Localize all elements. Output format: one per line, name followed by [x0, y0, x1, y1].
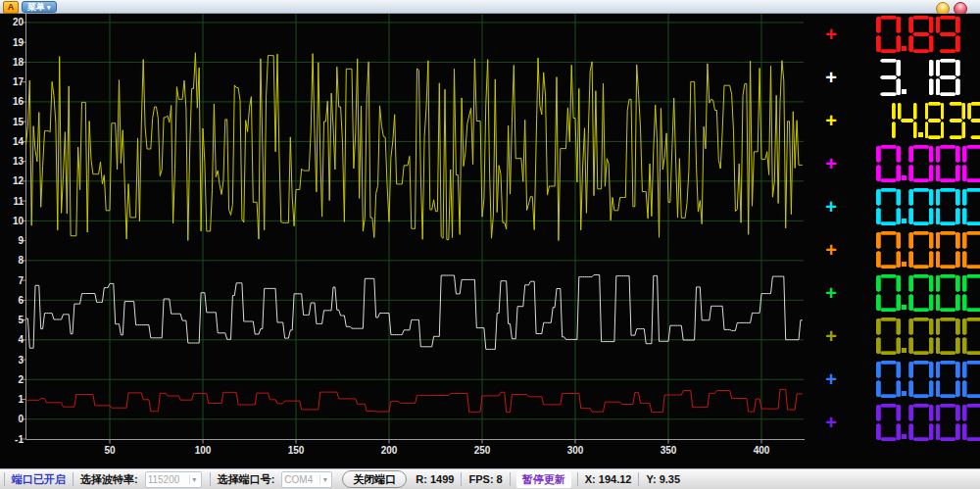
lcd-digit [908, 404, 933, 441]
lcd-decimal-point [902, 144, 907, 183]
baud-rate-value: 115200 [148, 474, 189, 485]
baud-rate-select[interactable]: 115200 [145, 471, 202, 488]
channel-marker-icon: + [825, 325, 837, 347]
lcd-digit [908, 361, 933, 398]
y-tick-label: 0 [18, 414, 24, 424]
lcd-digit [962, 188, 980, 225]
lcd-digit [967, 102, 980, 139]
channel-marker-icon: + [825, 67, 837, 88]
plot-area[interactable]: 20191817161514131211109876543210-1501001… [0, 14, 980, 468]
lcd-decimal-point [902, 15, 907, 54]
y-tick-label: 14 [13, 136, 24, 147]
serial-plotter-window: { "window": { "app_icon_letter": "A", "m… [0, 0, 980, 489]
y-tick-label: -1 [15, 434, 24, 445]
y-tick-label: 20 [13, 17, 24, 27]
y-tick-label: 7 [18, 275, 24, 286]
y-tick-label: 13 [13, 156, 24, 167]
menu-button-label: 菜单 [27, 2, 45, 12]
x-tick-label: 250 [474, 445, 491, 456]
lcd-digit [936, 188, 960, 225]
lcd-decimal-point [918, 101, 924, 140]
lcd-digit [898, 102, 917, 139]
lcd-digit [936, 231, 960, 269]
x-tick-label: 200 [381, 445, 398, 456]
lcd-decimal-point [902, 317, 907, 356]
lcd-digit [936, 361, 960, 398]
channel-marker-icon: + [825, 153, 837, 174]
lcd-digit [936, 16, 960, 53]
channel-marker-icon: + [825, 282, 837, 304]
separator [638, 472, 639, 486]
port-status-text: 端口已开启 [9, 472, 69, 487]
lcd-display-channel-6 [875, 230, 980, 269]
lcd-digit [936, 404, 960, 441]
lcd-display-channel-9 [875, 360, 980, 399]
waveform-chart[interactable]: 20191817161514131211109876543210-1501001… [0, 14, 980, 468]
y-tick-label: 16 [13, 96, 24, 107]
lcd-digit [876, 231, 901, 269]
channel-marker-icon: + [825, 196, 837, 218]
lcd-digit [908, 16, 933, 53]
lcd-digit [962, 16, 980, 53]
separator [210, 472, 211, 486]
lcd-decimal-point [902, 58, 907, 97]
separator [4, 472, 5, 486]
pause-update-button[interactable]: 暂停更新 [516, 471, 571, 488]
channel-marker-icon: + [825, 412, 837, 433]
separator [73, 472, 74, 486]
x-tick-label: 350 [661, 445, 677, 456]
title-bar: A 菜单 [0, 0, 980, 14]
separator [510, 472, 511, 486]
lcd-digit [876, 59, 901, 96]
lcd-display-channel-10 [875, 403, 980, 442]
x-tick-label: 150 [288, 445, 305, 456]
baud-rate-label: 选择波特率: [77, 472, 141, 487]
x-tick-label: 400 [754, 445, 770, 456]
lcd-display-channel-7 [875, 273, 980, 313]
y-tick-label: 4 [18, 334, 24, 345]
lcd-digit [946, 102, 965, 139]
lcd-digit [876, 404, 901, 441]
y-tick-label: 15 [13, 117, 24, 127]
fps-text: FPS: 8 [466, 473, 505, 485]
lcd-digit [876, 16, 901, 53]
port-number-value: COM4 [284, 474, 319, 485]
lcd-digit [908, 59, 933, 96]
channel-marker-icon: + [825, 110, 837, 131]
yellow-noise-trace [26, 53, 803, 241]
white-step-trace [26, 275, 803, 350]
red-step-trace [26, 389, 803, 412]
cursor-y-text: Y: 9.35 [643, 473, 683, 485]
menu-button[interactable]: 菜单 [22, 1, 57, 13]
lcd-digit [962, 318, 980, 355]
y-tick-label: 19 [13, 37, 24, 48]
lcd-digit [908, 145, 933, 182]
lcd-digit [962, 231, 980, 269]
lcd-decimal-point [902, 403, 907, 442]
channel-marker-icon: + [825, 239, 837, 261]
lcd-digit [962, 274, 980, 312]
y-tick-label: 6 [18, 295, 24, 306]
channel-marker-icon: + [825, 368, 837, 390]
lcd-digit [962, 404, 980, 441]
lcd-digit [936, 145, 960, 182]
chevron-down-icon [189, 475, 199, 484]
lcd-decimal-point [902, 273, 907, 313]
close-port-button[interactable]: 关闭端口 [342, 470, 407, 488]
y-tick-label: 5 [18, 315, 24, 325]
lcd-digit [925, 102, 945, 139]
y-tick-label: 10 [13, 216, 24, 226]
y-tick-label: 12 [13, 175, 24, 186]
x-tick-label: 50 [104, 445, 116, 456]
lcd-digit [908, 188, 933, 225]
lcd-display-channel-4 [875, 144, 980, 183]
chevron-down-icon [319, 475, 329, 484]
lcd-digit [908, 274, 933, 312]
y-tick-label: 18 [13, 57, 24, 68]
lcd-digit [936, 59, 960, 96]
y-tick-label: 1 [18, 394, 24, 405]
lcd-display-channel-5 [875, 187, 980, 226]
port-number-select[interactable]: COM4 [281, 471, 332, 488]
separator [461, 472, 462, 486]
lcd-digit [908, 318, 933, 355]
